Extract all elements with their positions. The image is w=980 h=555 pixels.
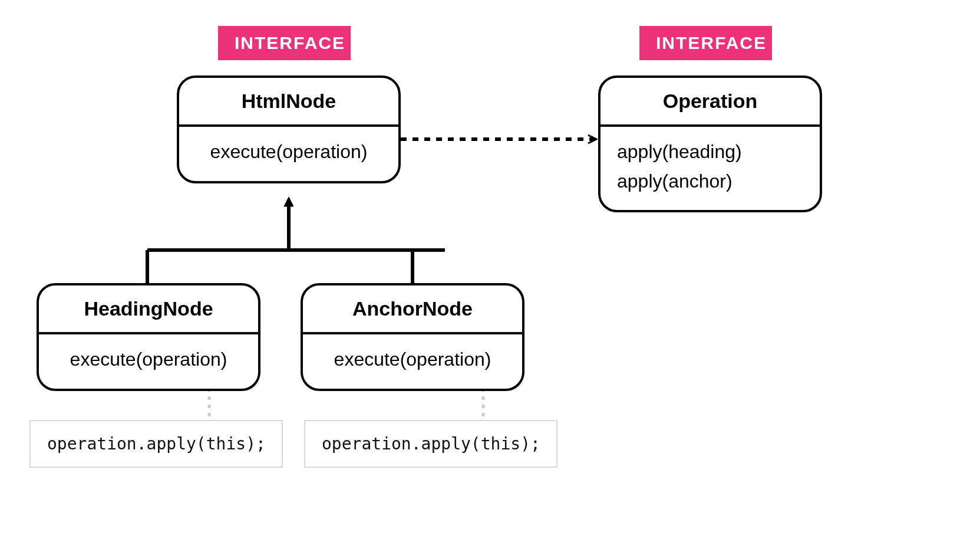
operation-box: Operation apply(heading) apply(anchor) <box>598 75 822 212</box>
headingnode-box: HeadingNode execute(operation) <box>37 283 260 391</box>
connectors <box>0 0 980 555</box>
htmlnode-box: HtmlNode execute(operation) <box>177 75 401 183</box>
headingnode-title: HeadingNode <box>39 285 258 334</box>
operation-method-2: apply(anchor) <box>617 167 803 196</box>
interface-badge-right: INTERFACE <box>639 26 772 60</box>
htmlnode-method: execute(operation) <box>179 127 398 181</box>
uml-diagram: INTERFACE INTERFACE HtmlNode execute(ope… <box>0 0 980 555</box>
headingnode-note: operation.apply(this); <box>29 420 283 468</box>
htmlnode-title: HtmlNode <box>179 78 398 127</box>
operation-methods: apply(heading) apply(anchor) <box>600 127 820 210</box>
anchornode-box: AnchorNode execute(operation) <box>301 283 524 391</box>
operation-method-1: apply(heading) <box>617 137 803 167</box>
anchornode-method: execute(operation) <box>303 334 522 389</box>
anchornode-title: AnchorNode <box>303 285 522 334</box>
operation-title: Operation <box>600 78 820 127</box>
headingnode-method: execute(operation) <box>39 334 258 389</box>
anchornode-note: operation.apply(this); <box>304 420 557 468</box>
interface-badge-left: INTERFACE <box>218 26 351 60</box>
